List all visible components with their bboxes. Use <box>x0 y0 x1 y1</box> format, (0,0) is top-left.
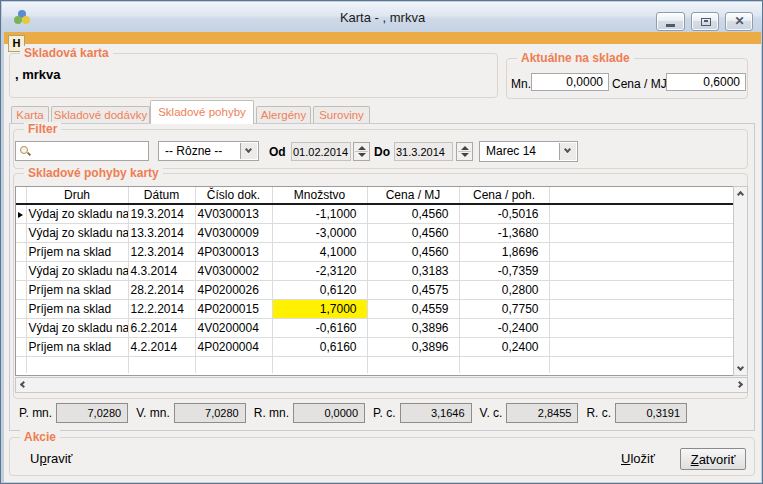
table-row[interactable]: Príjem na sklad4.2.20144P02000040,61600,… <box>16 337 733 356</box>
cell-mnozstvo[interactable]: 0,6160 <box>272 337 367 356</box>
cell-cena_mj[interactable]: 0,4560 <box>367 242 459 261</box>
card-groupbox: Skladová karta <box>9 53 498 98</box>
close-dialog-button[interactable]: Zatvoriť <box>680 448 746 470</box>
horizontal-scrollbar[interactable] <box>15 377 748 393</box>
col-cislo-dok[interactable]: Číslo dok. <box>195 187 272 204</box>
cell-cena_mj[interactable]: 0,4575 <box>367 280 459 299</box>
cell-druh[interactable]: Výdaj zo skladu na <box>26 223 128 242</box>
cell-filler <box>549 242 733 261</box>
cell-druh[interactable]: Príjem na sklad <box>26 299 128 318</box>
cell-cena_poh[interactable]: -0,7359 <box>459 261 549 280</box>
cell-cena_poh[interactable]: 1,8696 <box>459 242 549 261</box>
table-row[interactable]: Výdaj zo skladu na13.3.20144V0300009-3,0… <box>16 223 733 242</box>
cell-mnozstvo[interactable]: -2,3120 <box>272 261 367 280</box>
cell-cena_poh[interactable]: -1,3680 <box>459 223 549 242</box>
cell-cena_mj[interactable]: 0,4560 <box>367 204 459 223</box>
total-pair: R. mn.0,0000 <box>254 403 365 423</box>
cell-datum[interactable]: 13.3.2014 <box>128 223 195 242</box>
close-icon: ✕ <box>726 14 753 28</box>
cell-mnozstvo[interactable]: -3,0000 <box>272 223 367 242</box>
tab-skladove-dodavky[interactable]: Skladové dodávky <box>51 106 150 124</box>
total-field: 7,0280 <box>174 403 246 423</box>
cell-datum[interactable]: 4.2.2014 <box>128 337 195 356</box>
cell-cislo[interactable]: 4V0300013 <box>195 204 272 223</box>
save-button[interactable]: Uložiť <box>621 451 655 466</box>
cell-druh[interactable]: Výdaj zo skladu na <box>26 318 128 337</box>
from-date-field[interactable]: 01.02.2014 <box>291 142 351 161</box>
cell-filler <box>549 337 733 356</box>
cell-druh[interactable]: Výdaj zo skladu na <box>26 204 128 223</box>
table-row[interactable]: Príjem na sklad12.3.20144P03000134,10000… <box>16 242 733 261</box>
close-button[interactable]: ✕ <box>725 12 753 31</box>
total-pair: P. c.3,1646 <box>373 403 471 423</box>
scroll-down-icon[interactable] <box>737 364 744 371</box>
table-row[interactable]: Príjem na sklad28.2.20144P02000260,61200… <box>16 280 733 299</box>
col-druh[interactable]: Druh <box>26 187 128 204</box>
to-date-spinner[interactable] <box>456 142 473 161</box>
chevron-down-icon[interactable] <box>559 143 576 160</box>
cell-mnozstvo[interactable]: 1,7000 <box>272 299 367 318</box>
tab-alergeny[interactable]: Alergény <box>256 106 311 124</box>
minimize-button[interactable] <box>656 12 685 31</box>
cell-cislo[interactable]: 4V0200004 <box>195 318 272 337</box>
cell-datum[interactable]: 28.2.2014 <box>128 280 195 299</box>
cell-cislo[interactable]: 4V0300002 <box>195 261 272 280</box>
table-row[interactable]: Výdaj zo skladu na19.3.20144V0300013-1,1… <box>16 204 733 223</box>
cell-cena_mj[interactable]: 0,4559 <box>367 299 459 318</box>
cell-cena_mj[interactable]: 0,3896 <box>367 318 459 337</box>
cell-mnozstvo[interactable]: -0,6160 <box>272 318 367 337</box>
col-cena-poh[interactable]: Cena / poh. <box>459 187 549 204</box>
scroll-up-icon[interactable] <box>737 191 744 198</box>
table-row[interactable]: Výdaj zo skladu na6.2.20144V0200004-0,61… <box>16 318 733 337</box>
cell-marker <box>16 261 26 280</box>
vertical-scrollbar[interactable] <box>733 186 748 376</box>
cell-cena_mj[interactable]: 0,3896 <box>367 337 459 356</box>
to-date-field[interactable]: 31.3.2014 <box>394 142 453 161</box>
cell-cislo[interactable]: 4P0200026 <box>195 280 272 299</box>
cell-cena_mj[interactable]: 0,3183 <box>367 261 459 280</box>
type-combobox[interactable]: -- Rôzne -- <box>158 141 259 161</box>
cell-druh[interactable]: Výdaj zo skladu na <box>26 261 128 280</box>
cell-druh[interactable]: Príjem na sklad <box>26 242 128 261</box>
cell-cena_poh[interactable]: 0,7750 <box>459 299 549 318</box>
col-mnozstvo[interactable]: Množstvo <box>272 187 367 204</box>
tab-suroviny[interactable]: Suroviny <box>313 106 370 124</box>
table-row[interactable]: Príjem na sklad12.2.20144P02000151,70000… <box>16 299 733 318</box>
cell-cena_poh[interactable]: 0,2400 <box>459 337 549 356</box>
cell-druh[interactable]: Príjem na sklad <box>26 280 128 299</box>
edit-link[interactable]: Upraviť <box>30 451 72 466</box>
cell-cena_mj[interactable]: 0,4560 <box>367 223 459 242</box>
cell-druh[interactable]: Príjem na sklad <box>26 337 128 356</box>
scroll-right-icon[interactable] <box>736 381 743 388</box>
col-datum[interactable]: Dátum <box>128 187 195 204</box>
search-input[interactable] <box>15 141 149 161</box>
total-field: 0,0000 <box>293 403 365 423</box>
cell-cena_poh[interactable]: -0,5016 <box>459 204 549 223</box>
cell-datum[interactable]: 12.2.2014 <box>128 299 195 318</box>
table-header-row: Druh Dátum Číslo dok. Množstvo Cena / MJ… <box>16 187 733 204</box>
maximize-button[interactable] <box>691 12 719 31</box>
cell-cena_poh[interactable]: -0,2400 <box>459 318 549 337</box>
cell-cislo[interactable]: 4V0300009 <box>195 223 272 242</box>
cell-cislo[interactable]: 4P0200015 <box>195 299 272 318</box>
cell-cislo[interactable]: 4P0200004 <box>195 337 272 356</box>
total-field: 3,1646 <box>400 403 472 423</box>
from-date-spinner[interactable] <box>353 142 370 161</box>
chevron-down-icon[interactable] <box>240 143 257 159</box>
tab-skladove-pohyby[interactable]: Skladové pohyby <box>150 100 254 124</box>
cell-cislo[interactable]: 4P0300013 <box>195 242 272 261</box>
col-cena-mj[interactable]: Cena / MJ <box>367 187 459 204</box>
to-label: Do <box>374 145 390 159</box>
cell-datum[interactable]: 19.3.2014 <box>128 204 195 223</box>
cell-datum[interactable]: 6.2.2014 <box>128 318 195 337</box>
cell-cena_poh[interactable]: 0,2800 <box>459 280 549 299</box>
scroll-left-icon[interactable] <box>20 381 27 388</box>
cell-mnozstvo[interactable]: -1,1000 <box>272 204 367 223</box>
period-combobox[interactable]: Marec 14 <box>479 141 578 162</box>
table-row[interactable]: Výdaj zo skladu na4.3.20144V0300002-2,31… <box>16 261 733 280</box>
cell-mnozstvo[interactable]: 0,6120 <box>272 280 367 299</box>
cell-datum[interactable]: 4.3.2014 <box>128 261 195 280</box>
cell-mnozstvo[interactable]: 4,1000 <box>272 242 367 261</box>
cell-datum[interactable]: 12.3.2014 <box>128 242 195 261</box>
title-bar[interactable]: Karta - , mrkva <box>2 2 763 32</box>
